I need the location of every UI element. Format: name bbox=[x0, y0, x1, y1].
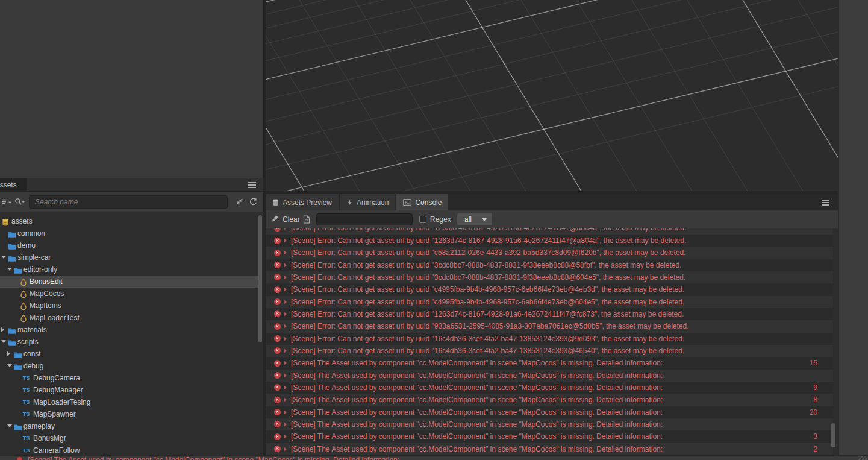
search-icon[interactable] bbox=[14, 198, 25, 209]
database-icon bbox=[2, 218, 10, 225]
expand-caret-icon[interactable] bbox=[284, 385, 287, 390]
console-message: [Scene] The Asset used by component "cc.… bbox=[291, 406, 663, 418]
chevron-down-icon[interactable] bbox=[7, 364, 12, 367]
chevron-right-icon[interactable] bbox=[7, 351, 10, 356]
console-row[interactable]: ×[Scene] Error: Can not get asset url by… bbox=[266, 235, 833, 247]
expand-caret-icon[interactable] bbox=[284, 275, 287, 280]
tree-item-maploadertest[interactable]: MapLoaderTest bbox=[0, 312, 258, 324]
chevron-down-icon[interactable] bbox=[1, 256, 6, 259]
tree-item-gameplay[interactable]: gameplay bbox=[0, 420, 258, 432]
tree-item-materials[interactable]: materials bbox=[0, 324, 258, 336]
tree-item-assets[interactable]: assets bbox=[0, 215, 258, 227]
expand-caret-icon[interactable] bbox=[284, 263, 287, 268]
console-row[interactable]: ×[Scene] The Asset used by component "cc… bbox=[266, 406, 833, 418]
tree-item-debugcamera[interactable]: TSDebugCamera bbox=[0, 372, 258, 384]
error-icon: × bbox=[274, 310, 281, 317]
console-row[interactable]: ×[Scene] Error: Can not get asset url by… bbox=[266, 345, 833, 357]
console-row[interactable]: ×[Scene] Error: Can not get asset url by… bbox=[266, 333, 833, 345]
console-message: [Scene] Error: Can not get asset url by … bbox=[291, 247, 686, 259]
log-level-dropdown[interactable]: all bbox=[457, 213, 492, 225]
console-row[interactable]: ×[Scene] The Asset used by component "cc… bbox=[266, 418, 833, 430]
status-bar[interactable]: [Scene] The Asset used by component "cc.… bbox=[0, 455, 868, 460]
console-row[interactable]: ×[Scene] The Asset used by component "cc… bbox=[266, 382, 833, 394]
expand-caret-icon[interactable] bbox=[284, 434, 287, 439]
console-row[interactable]: ×[Scene] The Asset used by component "cc… bbox=[266, 443, 833, 455]
console-row[interactable]: ×[Scene] Error: Can not get asset url by… bbox=[266, 271, 833, 283]
expand-caret-icon[interactable] bbox=[284, 410, 287, 415]
expand-caret-icon[interactable] bbox=[284, 324, 287, 329]
chevron-right-icon[interactable] bbox=[1, 327, 4, 332]
console-row[interactable]: ×[Scene] Error: Can not get asset url by… bbox=[266, 247, 833, 259]
tree-item-debug[interactable]: debug bbox=[0, 360, 258, 372]
expand-caret-icon[interactable] bbox=[284, 228, 287, 230]
expand-caret-icon[interactable] bbox=[284, 312, 287, 317]
assets-panel-menu-icon[interactable] bbox=[248, 182, 256, 183]
tree-item-simple-car[interactable]: simple-car bbox=[0, 251, 258, 263]
clear-button[interactable]: Clear bbox=[272, 210, 300, 228]
expand-caret-icon[interactable] bbox=[284, 300, 287, 304]
console-row[interactable]: ×[Scene] The Asset used by component "cc… bbox=[266, 394, 833, 406]
chevron-down-icon[interactable] bbox=[7, 268, 12, 271]
tree-item-common[interactable]: common bbox=[0, 227, 258, 239]
tree-item-demo[interactable]: demo bbox=[0, 239, 258, 251]
chevron-down-icon[interactable] bbox=[1, 340, 6, 343]
tree-item-const[interactable]: const bbox=[0, 348, 258, 360]
tree-item-mapitems[interactable]: MapItems bbox=[0, 300, 258, 312]
console-scrollbar-thumb[interactable] bbox=[831, 423, 835, 447]
tree-item-editor-only[interactable]: editor-only bbox=[0, 263, 258, 276]
tree-item-mapspawner[interactable]: TSMapSpawner bbox=[0, 408, 258, 420]
scene-viewport[interactable] bbox=[266, 0, 838, 191]
refresh-icon[interactable] bbox=[249, 197, 260, 208]
log-file-icon[interactable] bbox=[303, 215, 310, 226]
console-scrollbar[interactable] bbox=[831, 228, 836, 455]
brush-icon bbox=[272, 215, 279, 224]
error-icon: × bbox=[274, 250, 281, 256]
tab-assets-preview[interactable]: Assets Preview bbox=[266, 194, 339, 210]
tree-item-maploadertesing[interactable]: TSMapLoaderTesing bbox=[0, 396, 258, 408]
resize-grip-icon[interactable] bbox=[858, 456, 867, 460]
console-row[interactable]: ×[Scene] The Asset used by component "cc… bbox=[266, 430, 833, 443]
tree-item-mapcocos[interactable]: MapCocos bbox=[0, 288, 258, 300]
console-row[interactable]: ×[Scene] Error: Can not get asset url by… bbox=[266, 320, 833, 332]
console-message: [Scene] Error: Can not get asset url by … bbox=[291, 345, 684, 357]
console-row[interactable]: ×[Scene] Error: Can not get asset url by… bbox=[266, 308, 833, 320]
search-input[interactable] bbox=[29, 195, 228, 209]
expand-caret-icon[interactable] bbox=[284, 373, 287, 378]
tab-console[interactable]: Console bbox=[396, 194, 448, 210]
console-row[interactable]: ×[Scene] The Asset used by component "cc… bbox=[266, 357, 833, 369]
tree-item-label: BonusEdit bbox=[30, 276, 63, 288]
console-message: [Scene] Error: Can not get asset url by … bbox=[291, 283, 684, 295]
expand-caret-icon[interactable] bbox=[284, 250, 287, 255]
expand-caret-icon[interactable] bbox=[284, 397, 287, 402]
console-row[interactable]: ×[Scene] Error: Can not get asset url by… bbox=[266, 259, 833, 271]
tree-item-camerafollow[interactable]: TSCameraFollow bbox=[0, 444, 258, 455]
regex-checkbox[interactable] bbox=[419, 216, 426, 223]
console-row[interactable]: ×[Scene] Error: Can not get asset url by… bbox=[266, 283, 833, 295]
expand-caret-icon[interactable] bbox=[284, 348, 287, 353]
asset-tree-scrollbar[interactable] bbox=[258, 212, 263, 452]
tree-item-bonusedit[interactable]: BonusEdit bbox=[0, 276, 258, 288]
tab-label: Assets Preview bbox=[283, 198, 332, 207]
console-filter-input[interactable] bbox=[316, 213, 413, 225]
tree-item-bonusmgr[interactable]: TSBonusMgr bbox=[0, 432, 258, 444]
expand-caret-icon[interactable] bbox=[284, 287, 287, 292]
console-row[interactable]: ×[Scene] The Asset used by component "cc… bbox=[266, 370, 833, 382]
sort-icon[interactable] bbox=[2, 198, 13, 209]
tab-label: Console bbox=[415, 198, 442, 207]
expand-caret-icon[interactable] bbox=[284, 238, 287, 243]
expand-caret-icon[interactable] bbox=[284, 422, 287, 427]
tab-assets[interactable]: assets bbox=[0, 178, 27, 192]
expand-caret-icon[interactable] bbox=[284, 447, 287, 452]
expand-caret-icon[interactable] bbox=[284, 361, 287, 365]
tree-item-scripts[interactable]: scripts bbox=[0, 336, 258, 348]
chevron-down-icon[interactable] bbox=[7, 424, 12, 427]
console-panel-menu-icon[interactable] bbox=[822, 200, 829, 201]
asset-tree-scrollbar-thumb[interactable] bbox=[258, 215, 262, 342]
tree-item-debugmanager[interactable]: TSDebugManager bbox=[0, 384, 258, 396]
expand-caret-icon[interactable] bbox=[284, 336, 287, 341]
collapse-all-icon[interactable] bbox=[235, 197, 246, 208]
console-row[interactable]: ×[Scene] Error: Can not get asset url by… bbox=[266, 228, 833, 235]
tab-animation[interactable]: Animation bbox=[340, 194, 395, 210]
tree-item-label: const bbox=[23, 348, 41, 360]
console-row[interactable]: ×[Scene] Error: Can not get asset url by… bbox=[266, 296, 833, 308]
